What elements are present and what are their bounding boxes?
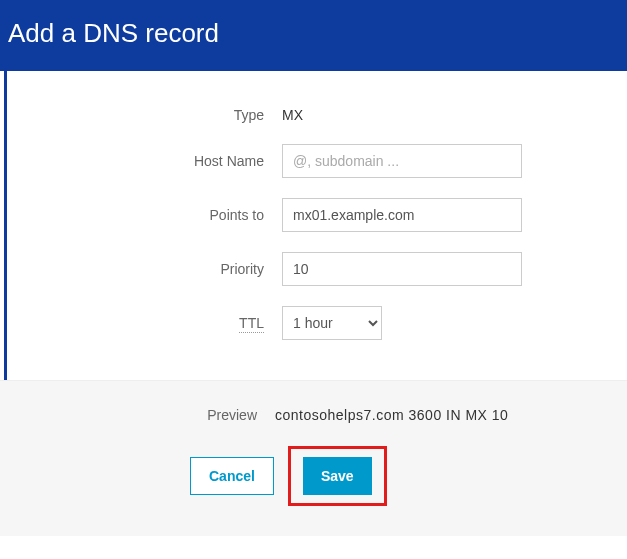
row-pointsto: Points to xyxy=(7,198,627,232)
row-type: Type MX xyxy=(7,106,627,124)
ttl-label-cell: TTL xyxy=(7,315,282,331)
save-button[interactable]: Save xyxy=(303,457,372,495)
hostname-input[interactable] xyxy=(282,144,522,178)
priority-label: Priority xyxy=(7,261,282,277)
type-label: Type xyxy=(7,107,282,123)
ttl-label: TTL xyxy=(239,315,264,333)
form-footer: Preview contosohelps7.com 3600 IN MX 10 … xyxy=(0,380,627,536)
row-preview: Preview contosohelps7.com 3600 IN MX 10 xyxy=(0,406,627,424)
priority-input[interactable] xyxy=(282,252,522,286)
ttl-select[interactable]: 1 hour xyxy=(282,306,382,340)
preview-value: contosohelps7.com 3600 IN MX 10 xyxy=(275,407,508,423)
pointsto-label: Points to xyxy=(7,207,282,223)
row-ttl: TTL 1 hour xyxy=(7,306,627,340)
button-row: Cancel Save xyxy=(0,446,627,506)
hostname-label: Host Name xyxy=(7,153,282,169)
row-hostname: Host Name xyxy=(7,144,627,178)
page-header: Add a DNS record xyxy=(0,0,627,71)
page-title: Add a DNS record xyxy=(8,18,219,48)
pointsto-input[interactable] xyxy=(282,198,522,232)
form-body: Type MX Host Name Points to Priority TTL… xyxy=(4,71,627,380)
cancel-button[interactable]: Cancel xyxy=(190,457,274,495)
type-value: MX xyxy=(282,107,303,123)
row-priority: Priority xyxy=(7,252,627,286)
preview-label: Preview xyxy=(0,407,275,423)
save-highlight: Save xyxy=(288,446,387,506)
